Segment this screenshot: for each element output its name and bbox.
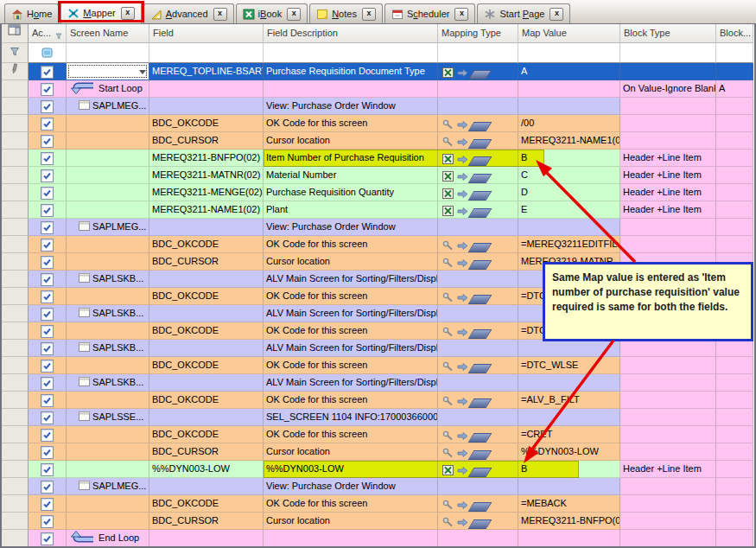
cell-active[interactable] xyxy=(29,513,67,530)
cell-block[interactable] xyxy=(716,392,753,409)
tab-close-icon[interactable]: x xyxy=(362,8,376,21)
cell-field[interactable] xyxy=(149,98,264,115)
cell-field-description[interactable]: Item Number of Purchase Requisition xyxy=(264,150,438,167)
cell-field-description[interactable]: ALV Main Screen for Sorting/Filters/Disp… xyxy=(264,374,438,392)
filter-cell[interactable] xyxy=(67,43,149,63)
cell-field[interactable] xyxy=(149,80,264,98)
cell-field-description[interactable]: View: Purchase Order Window xyxy=(264,219,438,236)
cell-block[interactable] xyxy=(716,357,753,374)
active-checkbox[interactable] xyxy=(41,325,54,338)
table-row[interactable]: MEREQ3211-BNFPO(02)Item Number of Purcha… xyxy=(2,150,754,167)
cell-block-type[interactable] xyxy=(620,392,716,409)
cell-screen-name[interactable]: SAPLSKB... xyxy=(67,305,149,322)
cell-screen-name[interactable] xyxy=(67,63,149,80)
cell-screen-name[interactable] xyxy=(67,392,149,409)
cell-mapping-type[interactable] xyxy=(438,236,518,253)
cell-screen-name[interactable] xyxy=(67,167,149,184)
active-checkbox[interactable] xyxy=(41,83,54,96)
cell-mapping-type[interactable] xyxy=(438,80,518,98)
cell-field[interactable]: MEREQ_TOPLINE-BSART xyxy=(149,63,264,80)
cell-screen-name[interactable] xyxy=(67,288,149,305)
cell-block-type[interactable]: Header +Line Item xyxy=(620,167,716,184)
cell-active[interactable] xyxy=(29,357,67,374)
cell-field[interactable]: BDC_OKCODE xyxy=(149,288,264,305)
cell-mapping-type[interactable] xyxy=(438,115,518,132)
row-header[interactable] xyxy=(2,184,29,201)
row-header[interactable] xyxy=(2,340,29,357)
active-checkbox[interactable] xyxy=(41,118,54,131)
cell-screen-name[interactable]: SAPLSKB... xyxy=(67,374,149,392)
cell-active[interactable] xyxy=(29,409,67,426)
row-header[interactable] xyxy=(2,219,29,236)
cell-block-type[interactable] xyxy=(620,63,716,80)
cell-mapping-type[interactable] xyxy=(438,461,518,478)
cell-field-description[interactable]: OK Code for this screen xyxy=(264,236,438,253)
cell-map-value[interactable]: E xyxy=(518,201,620,219)
filter-cell[interactable] xyxy=(264,43,438,63)
cell-field[interactable] xyxy=(149,305,264,322)
cell-block[interactable] xyxy=(716,461,753,478)
cell-mapping-type[interactable] xyxy=(438,478,518,495)
table-row[interactable]: BDC_CURSORCursor locationMEREQ3211-NAME1… xyxy=(2,132,754,150)
table-row[interactable]: BDC_OKCODEOK Code for this screen=MEREQ3… xyxy=(2,236,754,253)
cell-mapping-type[interactable] xyxy=(438,513,518,530)
cell-map-value[interactable]: =MEBACK xyxy=(518,495,620,513)
cell-active[interactable] xyxy=(29,201,67,219)
table-row[interactable]: MEREQ3211-MENGE(02)Purchase Requisition … xyxy=(2,184,754,201)
cell-map-value[interactable] xyxy=(518,374,620,392)
cell-screen-name[interactable] xyxy=(67,426,149,443)
row-header[interactable] xyxy=(2,115,29,132)
cell-field-description[interactable]: View: Purchase Order Window xyxy=(264,98,438,115)
cell-active[interactable] xyxy=(29,288,67,305)
column-header-map-value[interactable]: Map Value xyxy=(518,24,620,43)
cell-block-type[interactable]: Header +Line Item xyxy=(620,461,716,478)
table-row[interactable]: MEREQ3211-MATNR(02)Material NumberCHeade… xyxy=(2,167,754,184)
cell-field[interactable]: MEREQ3211-MENGE(02) xyxy=(149,184,264,201)
cell-active[interactable] xyxy=(29,115,67,132)
cell-block-type[interactable] xyxy=(620,478,716,495)
cell-block[interactable] xyxy=(716,340,753,357)
cell-screen-name[interactable] xyxy=(67,150,149,167)
cell-mapping-type[interactable] xyxy=(438,340,518,357)
cell-mapping-type[interactable] xyxy=(438,63,518,80)
cell-field-description[interactable]: OK Code for this screen xyxy=(264,115,438,132)
row-header[interactable] xyxy=(2,478,29,495)
cell-active[interactable] xyxy=(29,98,67,115)
cell-mapping-type[interactable] xyxy=(438,271,518,288)
cell-active[interactable] xyxy=(29,530,67,547)
cell-mapping-type[interactable] xyxy=(438,201,518,219)
cell-screen-name[interactable]: SAPLMEG... xyxy=(67,219,149,236)
cell-screen-name[interactable] xyxy=(67,115,149,132)
row-header[interactable] xyxy=(2,305,29,322)
cell-block-type[interactable] xyxy=(620,357,716,374)
cell-map-value[interactable]: =CRET xyxy=(518,426,620,443)
cell-field[interactable]: BDC_OKCODE xyxy=(149,392,264,409)
cell-field-description[interactable]: Cursor location xyxy=(264,253,438,271)
cell-block[interactable] xyxy=(716,530,753,547)
cell-active[interactable] xyxy=(29,236,67,253)
cell-block[interactable] xyxy=(716,236,753,253)
cell-block[interactable] xyxy=(716,443,753,461)
cell-field[interactable] xyxy=(149,340,264,357)
cell-screen-name[interactable] xyxy=(67,132,149,150)
cell-mapping-type[interactable] xyxy=(438,150,518,167)
cell-map-value[interactable] xyxy=(518,409,620,426)
cell-active[interactable] xyxy=(29,271,67,288)
cell-field-description[interactable]: Cursor location xyxy=(264,132,438,150)
table-row[interactable]: SAPLSKB...ALV Main Screen for Sorting/Fi… xyxy=(2,374,754,392)
active-checkbox[interactable] xyxy=(41,515,54,528)
cell-block-type[interactable]: Header +Line Item xyxy=(620,201,716,219)
cell-map-value[interactable] xyxy=(518,530,620,547)
cell-block-type[interactable]: Header +Line Item xyxy=(620,150,716,167)
dropdown-arrow-icon[interactable] xyxy=(139,70,146,74)
cell-map-value[interactable]: B xyxy=(518,461,620,478)
cell-field-description[interactable]: OK Code for this screen xyxy=(264,288,438,305)
cell-active[interactable] xyxy=(29,478,67,495)
row-header[interactable] xyxy=(2,150,29,167)
cell-mapping-type[interactable] xyxy=(438,288,518,305)
cell-field-description[interactable]: SEL_SCREEN 1104 INFO:1700036600000... xyxy=(264,409,438,426)
cell-block-type[interactable] xyxy=(620,495,716,513)
cell-map-value[interactable]: C xyxy=(518,167,620,184)
cell-mapping-type[interactable] xyxy=(438,495,518,513)
column-header-block-type[interactable]: Block Type xyxy=(620,24,716,43)
